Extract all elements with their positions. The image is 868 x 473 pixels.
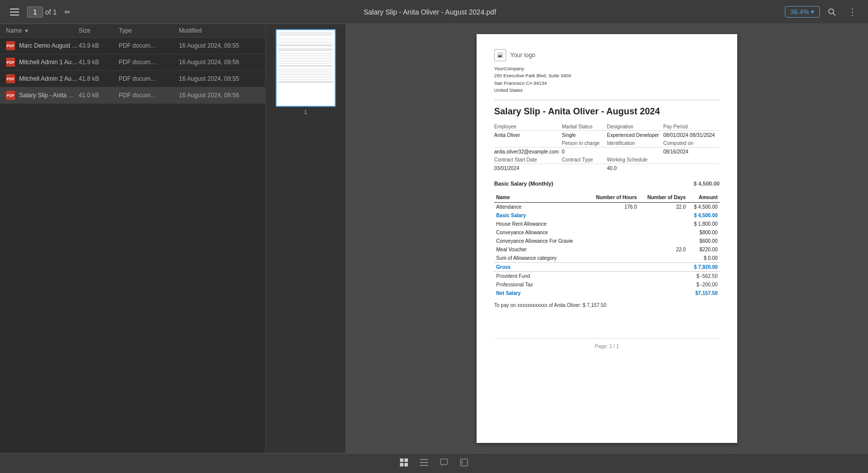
file-item-1[interactable]: PDF Mitchell Admin 1 August 2024.... 41.… [0, 54, 265, 71]
pdf-logo-area: 📷 Your logo [494, 49, 720, 61]
menu-button[interactable]: ⋮ [844, 5, 862, 20]
row-hours [587, 272, 639, 281]
sort-icon: ▼ [24, 28, 29, 34]
col-computed-on: Computed on [664, 139, 720, 147]
row-amount: $ -200.00 [688, 280, 720, 289]
row-amount: $ -562.50 [688, 272, 720, 281]
row-days: 22.0 [639, 245, 688, 254]
col-contract-start: Contract Start Date [494, 156, 562, 164]
row-name: Provident Fund [494, 272, 587, 281]
working-schedule: 40.0 [607, 164, 664, 173]
row-days [639, 263, 688, 272]
row-days [639, 280, 688, 289]
row-name: Meal Voucher [494, 245, 587, 254]
row-hours [587, 245, 639, 254]
file-name-label: Salary Slip - Anita Oliver - Augu.... [19, 92, 79, 99]
column-name-header[interactable]: Name ▼ [6, 27, 79, 34]
file-list-header: Name ▼ Size Type Modified [0, 24, 265, 38]
svg-rect-8 [404, 458, 408, 462]
file-size-label: 43.9 kB [79, 42, 119, 49]
pdf-scroll-area[interactable]: 📷 Your logo YourCompany 250 Executive Pa… [346, 24, 868, 453]
file-modified-label: 16 August 2024, 09:55 [179, 75, 259, 82]
company-address1: 250 Executive Park Blvd, Suite 3400 [494, 72, 720, 79]
file-type-label: PDF docum... [119, 92, 179, 99]
col-identification: Identification [607, 139, 664, 147]
file-item-0[interactable]: PDF Marc Demo August 2024.pdf 43.9 kB PD… [0, 38, 265, 54]
svg-rect-12 [420, 462, 428, 463]
toggle-sidebar-button[interactable] [6, 7, 23, 18]
earnings-row-7: Gross $ 7,920.00 [494, 263, 720, 272]
company-country: United States [494, 87, 720, 94]
logo-text: Your logo [510, 52, 535, 59]
col-email [494, 139, 562, 147]
file-modified-label: 16 August 2024, 09:55 [179, 42, 259, 49]
row-name: Conveyance Allowance [494, 228, 587, 237]
earnings-row-0: Attendance 176.0 22.0 $ 4,500.00 [494, 203, 720, 212]
edit-button[interactable]: ✏ [61, 6, 75, 18]
zoom-button[interactable]: 38.4% ▾ [785, 6, 820, 18]
col-working-schedule: Working Schedule [607, 156, 664, 164]
earnings-row-5: Meal Voucher 22.0 $220.00 [494, 245, 720, 254]
designation: Experienced Developer [607, 131, 664, 140]
svg-rect-9 [400, 463, 403, 466]
grid-view-button[interactable] [396, 456, 412, 470]
employee-name: Anita Oliver [494, 131, 562, 140]
pay-note: To pay on xxxxxxxxxxxx of Anita Oliver: … [494, 302, 720, 308]
salary-slip-title: Salary Slip - Anita Oliver - August 2024 [494, 106, 720, 117]
file-size-label: 41.0 kB [79, 92, 119, 99]
file-item-3[interactable]: PDF Salary Slip - Anita Oliver - Augu...… [0, 87, 265, 104]
column-size-header: Size [79, 27, 119, 34]
row-amount: $ 7,920.00 [688, 263, 720, 272]
col-name-header: Name [494, 193, 587, 203]
earnings-rows: Attendance 176.0 22.0 $ 4,500.00 Basic S… [494, 203, 720, 298]
file-type-label: PDF docum... [119, 59, 179, 66]
divider-1 [494, 100, 720, 100]
row-hours [587, 211, 639, 220]
basic-salary-value: $ 4,500.00 [694, 181, 720, 187]
search-button[interactable] [824, 6, 840, 18]
company-name: YourCompany [494, 65, 720, 72]
row-amount: $ 4,500.00 [688, 211, 720, 220]
file-pdf-icon: PDF [6, 41, 15, 50]
identification [607, 147, 664, 156]
file-name-label: Mitchell Admin 1 August 2024.... [19, 59, 79, 66]
thumbnail-page-label: 1 [304, 109, 307, 115]
col-employee: Employee [494, 123, 562, 131]
file-pdf-icon: PDF [6, 58, 15, 67]
col-payperiod: Pay Period [664, 123, 720, 131]
file-modified-label: 16 August 2024, 09:56 [179, 59, 259, 66]
document-title: Salary Slip - Anita Oliver - August 2024… [79, 8, 781, 16]
col-empty [664, 156, 720, 164]
row-hours [587, 254, 639, 263]
file-name-label: Mitchell Admin 2 August 2024.... [19, 75, 79, 82]
page-number-input[interactable] [27, 7, 43, 18]
person-in-charge: 0 [562, 147, 607, 156]
company-info: YourCompany 250 Executive Park Blvd, Sui… [494, 65, 720, 94]
top-toolbar: of 1 ✏ Salary Slip - Anita Oliver - Augu… [0, 0, 868, 24]
col-marital: Marital Status [562, 123, 607, 131]
chat-button[interactable] [436, 456, 452, 470]
row-name: Basic Salary [494, 211, 587, 220]
earnings-row-10: Net Salary $7,157.50 [494, 289, 720, 297]
earnings-header-row: Name Number of Hours Number of Days Amou… [494, 193, 720, 203]
thumbnail-page-1[interactable]: 1 [276, 29, 336, 115]
col-hours-header: Number of Hours [587, 193, 639, 203]
file-size-label: 41.8 kB [79, 75, 119, 82]
row-name: Net Salary [494, 289, 587, 297]
file-modified-label: 16 August 2024, 09:56 [179, 92, 259, 99]
expand-button[interactable] [456, 456, 472, 470]
employee-row-2: anita.oliver32@example.com 0 08/16/2024 [494, 147, 720, 156]
column-modified-header: Modified [179, 27, 259, 34]
svg-rect-1 [10, 12, 19, 13]
row-amount: $ 4,500.00 [688, 203, 720, 212]
svg-line-4 [833, 13, 836, 16]
svg-rect-16 [461, 459, 468, 466]
row-name: Professional Tax [494, 280, 587, 289]
row-amount: $220.00 [688, 245, 720, 254]
pdf-document: 📷 Your logo YourCompany 250 Executive Pa… [477, 34, 737, 443]
svg-text:📷: 📷 [498, 54, 502, 58]
file-item-2[interactable]: PDF Mitchell Admin 2 August 2024.... 41.… [0, 71, 265, 87]
employee-row-3: 03/01/2024 40.0 [494, 164, 720, 173]
file-list: PDF Marc Demo August 2024.pdf 43.9 kB PD… [0, 38, 265, 104]
list-view-button[interactable] [416, 457, 432, 469]
